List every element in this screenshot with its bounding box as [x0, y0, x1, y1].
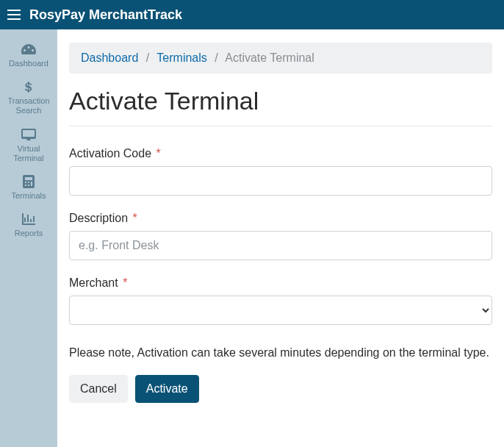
- activation-note: Please note, Activation can take several…: [69, 344, 492, 362]
- main-content: Dashboard / Terminals / Activate Termina…: [57, 29, 504, 447]
- gauge-icon: [3, 43, 54, 56]
- sidebar-item-label: Terminals: [11, 191, 46, 200]
- brand-title: RosyPay MerchantTrack: [29, 7, 182, 23]
- calculator-icon: [3, 175, 54, 188]
- cancel-button[interactable]: Cancel: [69, 375, 128, 403]
- breadcrumb-active: Activate Terminal: [225, 51, 314, 64]
- activation-code-input[interactable]: [69, 166, 492, 196]
- description-label: Description *: [69, 212, 492, 225]
- breadcrumb-separator: /: [146, 51, 149, 64]
- app-header: RosyPay MerchantTrack: [0, 0, 504, 29]
- dollar-icon: [3, 80, 54, 93]
- sidebar-item-terminals[interactable]: Terminals: [0, 169, 57, 207]
- sidebar: Dashboard Transaction Search Virtual Ter…: [0, 29, 57, 447]
- chart-icon: [3, 212, 54, 226]
- sidebar-item-label: Transaction Search: [7, 96, 49, 115]
- menu-toggle-icon[interactable]: [7, 10, 21, 20]
- activate-button[interactable]: Activate: [135, 375, 199, 403]
- form-actions: Cancel Activate: [69, 375, 492, 403]
- required-marker: *: [123, 276, 127, 289]
- sidebar-item-transaction-search[interactable]: Transaction Search: [0, 74, 57, 121]
- sidebar-item-label: Reports: [15, 229, 43, 237]
- page-title: Activate Terminal: [69, 87, 492, 115]
- field-activation-code: Activation Code *: [69, 147, 492, 196]
- required-marker: *: [156, 147, 161, 160]
- field-merchant: Merchant *: [69, 276, 492, 325]
- required-marker: *: [132, 212, 137, 224]
- sidebar-item-dashboard[interactable]: Dashboard: [0, 37, 57, 74]
- sidebar-item-reports[interactable]: Reports: [0, 207, 57, 244]
- divider: [69, 126, 492, 126]
- merchant-label: Merchant *: [69, 276, 492, 290]
- monitor-icon: [3, 128, 54, 141]
- breadcrumb: Dashboard / Terminals / Activate Termina…: [69, 43, 492, 74]
- breadcrumb-link-terminals[interactable]: Terminals: [156, 51, 206, 64]
- sidebar-item-label: Dashboard: [9, 59, 48, 68]
- description-input[interactable]: [69, 231, 492, 260]
- field-description: Description *: [69, 212, 492, 260]
- breadcrumb-separator: /: [215, 51, 217, 64]
- activation-code-label: Activation Code *: [69, 147, 492, 160]
- sidebar-item-label: Virtual Terminal: [13, 144, 44, 162]
- merchant-select[interactable]: [69, 296, 492, 325]
- breadcrumb-link-dashboard[interactable]: Dashboard: [81, 51, 138, 64]
- sidebar-item-virtual-terminal[interactable]: Virtual Terminal: [0, 122, 57, 169]
